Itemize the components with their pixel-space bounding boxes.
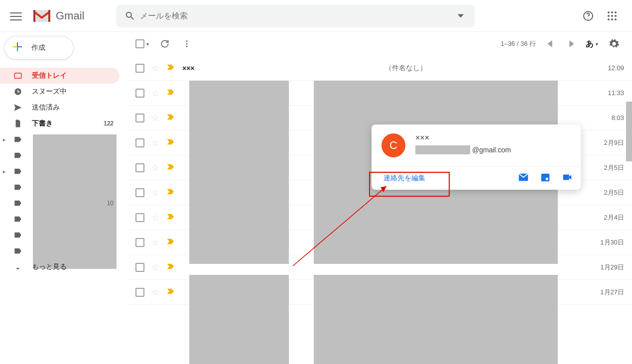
important-marker[interactable]: [166, 88, 175, 98]
sidebar-label-item[interactable]: [0, 243, 120, 259]
svg-point-14: [186, 43, 188, 45]
important-marker[interactable]: [166, 212, 175, 223]
select-all-checkbox[interactable]: ▾: [135, 39, 149, 48]
sidebar-label-item[interactable]: 10: [0, 195, 120, 211]
svg-point-5: [608, 15, 610, 17]
row-checkbox[interactable]: [135, 213, 144, 222]
important-marker[interactable]: [166, 262, 175, 272]
important-marker[interactable]: [166, 237, 175, 247]
sidebar-more-button[interactable]: ⌄ もっと見る: [0, 259, 120, 275]
sidebar-label-item[interactable]: [0, 147, 120, 163]
next-page-button[interactable]: [564, 36, 580, 52]
star-icon[interactable]: ☆: [151, 287, 159, 298]
edit-contact-link[interactable]: 連絡先を編集: [379, 172, 429, 185]
star-icon[interactable]: ☆: [151, 88, 159, 99]
clock-icon: [13, 87, 23, 97]
sidebar-item-snoozed[interactable]: スヌーズ中: [0, 84, 120, 100]
main-menu-button[interactable]: [4, 4, 28, 28]
content-redacted: [314, 275, 558, 364]
calendar-icon[interactable]: [540, 172, 551, 185]
important-marker[interactable]: [166, 162, 175, 173]
important-marker[interactable]: [166, 287, 175, 297]
row-checkbox[interactable]: [135, 64, 144, 73]
more-actions-button[interactable]: [181, 38, 193, 50]
header-right: [578, 6, 628, 26]
star-icon[interactable]: ☆: [151, 162, 159, 173]
row-checkbox[interactable]: [135, 288, 144, 297]
important-marker[interactable]: [166, 137, 175, 148]
row-checkbox[interactable]: [135, 188, 144, 197]
sidebar-item-drafts[interactable]: 下書き 122: [0, 116, 120, 131]
sidebar-label-item[interactable]: [0, 211, 120, 227]
send-icon: [13, 103, 23, 113]
sidebar-item-label: 送信済み: [32, 103, 60, 112]
svg-point-1: [588, 18, 589, 19]
gmail-logo: Gmail: [32, 8, 84, 23]
expand-arrow-icon: ▸: [3, 169, 5, 174]
star-icon[interactable]: ☆: [151, 237, 159, 248]
row-date: 2月4日: [599, 213, 624, 222]
search-icon: [120, 10, 140, 21]
row-date: 1月29日: [599, 263, 624, 272]
settings-button[interactable]: [604, 34, 624, 54]
sidebar-label-item[interactable]: ▸: [0, 131, 120, 147]
refresh-button[interactable]: [159, 38, 171, 50]
search-bar[interactable]: [116, 4, 475, 27]
email-domain: @gmail.com: [472, 146, 511, 154]
important-marker[interactable]: [166, 187, 175, 198]
row-date: 12:09: [599, 64, 624, 72]
inbox-icon: [13, 71, 23, 81]
label-icon: [13, 230, 23, 240]
mail-row[interactable]: ☆ ××× （件名なし） 12:09: [127, 56, 632, 81]
star-icon[interactable]: ☆: [151, 63, 159, 74]
video-call-icon[interactable]: [562, 172, 573, 185]
contact-email: @gmail.com: [415, 145, 511, 154]
svg-point-2: [608, 11, 610, 13]
row-subject: （件名なし）: [385, 64, 427, 73]
drafts-count: 122: [104, 120, 114, 127]
search-input[interactable]: [140, 11, 451, 20]
sidebar-label-item[interactable]: [0, 227, 120, 243]
scrollbar-thumb[interactable]: [626, 102, 632, 161]
search-options-dropdown[interactable]: [451, 13, 471, 19]
sidebar-label-item[interactable]: [0, 179, 120, 195]
card-action-icons: [518, 172, 573, 185]
checkbox-icon: [135, 39, 144, 48]
row-date: 2月5日: [599, 163, 624, 172]
ime-label: あ: [586, 39, 594, 49]
apps-button[interactable]: [602, 6, 622, 26]
help-button[interactable]: [578, 6, 598, 26]
sidebar-more-label: もっと見る: [32, 262, 67, 271]
row-checkbox[interactable]: [135, 89, 144, 98]
row-checkbox[interactable]: [135, 238, 144, 247]
row-checkbox[interactable]: [135, 263, 144, 272]
row-checkbox[interactable]: [135, 163, 144, 172]
sidebar-item-label: 下書き: [32, 119, 53, 128]
sidebar-item-label: 受信トレイ: [32, 71, 67, 80]
svg-rect-11: [14, 73, 21, 79]
star-icon[interactable]: ☆: [151, 187, 159, 198]
important-marker[interactable]: [166, 63, 175, 73]
important-marker[interactable]: [166, 113, 175, 123]
sidebar-item-sent[interactable]: 送信済み: [0, 100, 120, 116]
row-checkbox[interactable]: [135, 114, 144, 122]
gmail-logo-icon: [32, 8, 52, 23]
star-icon[interactable]: ☆: [151, 262, 159, 273]
prev-page-button[interactable]: [542, 36, 558, 52]
ime-indicator[interactable]: あ ▾: [586, 39, 598, 49]
chevron-down-icon: ⌄: [13, 262, 23, 272]
star-icon[interactable]: ☆: [151, 212, 159, 223]
svg-point-9: [611, 18, 613, 20]
star-icon[interactable]: ☆: [151, 113, 159, 123]
compose-button[interactable]: 作成: [4, 36, 74, 60]
toolbar-left: ▾: [135, 38, 193, 50]
star-icon[interactable]: ☆: [151, 137, 159, 148]
mail-toolbar: ▾ 1–36 / 36 行 あ ▾: [127, 32, 632, 56]
row-checkbox[interactable]: [135, 138, 144, 147]
label-icon: [13, 134, 23, 144]
send-mail-icon[interactable]: [518, 172, 529, 185]
label-icon: [13, 150, 23, 160]
sidebar-item-inbox[interactable]: 受信トレイ: [0, 68, 120, 84]
row-date: 2月5日: [599, 188, 624, 197]
sidebar-label-item[interactable]: ▸: [0, 163, 120, 179]
